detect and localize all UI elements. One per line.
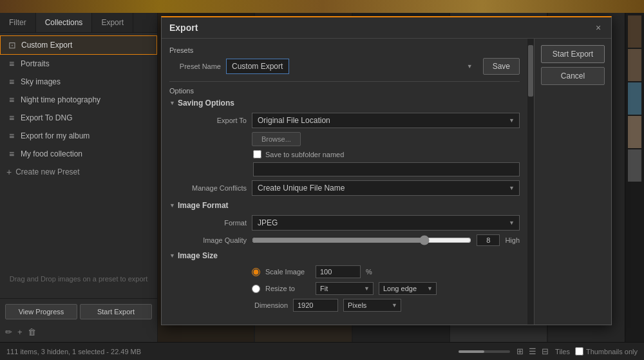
image-size-section: ▼ Image Size Scale Image % xyxy=(169,251,520,312)
saving-options-arrow: ▼ xyxy=(169,100,175,106)
status-info: 111 items, 3 hidden, 1 selected - 22.49 … xyxy=(6,348,141,355)
progress-bar-fill xyxy=(459,350,484,353)
create-preset-button[interactable]: + Create new Preset xyxy=(0,163,157,181)
sidebar-item-food[interactable]: ≡ My food collection xyxy=(0,145,157,163)
sidebar-start-export-button[interactable]: Start Export xyxy=(80,304,152,319)
export-to-select-wrapper: Original File Location xyxy=(252,113,520,128)
resize-to-text: Resize to xyxy=(265,285,310,292)
list-icon-2: ≡ xyxy=(6,77,17,87)
saving-options-header[interactable]: ▼ Saving Options xyxy=(169,99,520,108)
image-format-section: ▼ Image Format Format JPEG xyxy=(169,201,520,246)
scrollbar-thumb[interactable] xyxy=(528,45,533,97)
status-right: ⊞ ☰ ⊟ Tiles Thumbnails only xyxy=(459,345,638,357)
modal-titlebar: Export × xyxy=(162,17,611,39)
image-size-header[interactable]: ▼ Image Size xyxy=(169,251,520,260)
quality-value-input[interactable]: 8 xyxy=(477,234,500,246)
export-to-select[interactable]: Original File Location xyxy=(252,113,520,128)
export-to-label: Export To xyxy=(176,117,247,124)
view-progress-button[interactable]: View Progress xyxy=(5,304,77,319)
scale-unit: % xyxy=(366,268,372,276)
pixels-select[interactable]: Pixels xyxy=(343,299,401,312)
tab-export[interactable]: Export xyxy=(92,13,133,32)
sidebar-action-icons: ✏ + 🗑 xyxy=(0,325,157,342)
list-icon-3: ≡ xyxy=(6,95,17,105)
dimension-value-input[interactable] xyxy=(293,299,338,312)
export-modal: Export × Presets Preset Name xyxy=(161,16,612,325)
sidebar-tabs: Filter Collections Export xyxy=(0,13,157,33)
sidebar-bottom-buttons: View Progress Start Export xyxy=(0,298,157,325)
scale-image-row: Scale Image % xyxy=(176,265,520,278)
scale-image-text: Scale Image xyxy=(265,268,310,276)
manage-conflicts-label: Manage Conflicts xyxy=(176,184,247,192)
start-export-button[interactable]: Start Export xyxy=(541,45,605,63)
grid-view-icon[interactable]: ⊞ xyxy=(515,345,525,357)
progress-bar-container xyxy=(459,350,510,353)
saving-options-section: ▼ Saving Options Export To Original File xyxy=(169,99,520,196)
format-select[interactable]: JPEG xyxy=(252,215,520,231)
image-format-header[interactable]: ▼ Image Format xyxy=(169,201,520,210)
sidebar-item-sky[interactable]: ≡ Sky images xyxy=(0,73,157,91)
preset-select[interactable]: Custom Export xyxy=(226,59,289,74)
cancel-button[interactable]: Cancel xyxy=(541,67,605,85)
quality-label: Image Quality xyxy=(176,236,247,244)
tab-filter[interactable]: Filter xyxy=(0,13,36,32)
delete-icon[interactable]: 🗑 xyxy=(28,327,36,337)
save-preset-button[interactable]: Save xyxy=(483,58,520,75)
resize-to-row: Resize to Fit Long edge xyxy=(176,282,520,295)
subfolder-input[interactable] xyxy=(253,162,520,176)
dimension-row: Dimension Pixels xyxy=(176,299,520,312)
tab-collections[interactable]: Collections xyxy=(36,13,93,32)
sidebar: Filter Collections Export ⊡ Custom Expor… xyxy=(0,13,158,342)
close-icon[interactable]: × xyxy=(593,23,603,33)
browse-row: Browse... xyxy=(176,132,520,146)
plus-icon: + xyxy=(6,167,12,177)
manage-conflicts-row: Manage Conflicts Create Unique File Name xyxy=(176,180,520,196)
quality-high-label: High xyxy=(505,236,520,244)
quality-slider[interactable] xyxy=(252,235,471,245)
sidebar-item-night[interactable]: ≡ Night time photography xyxy=(0,91,157,109)
preset-name-label: Preset Name xyxy=(169,62,221,70)
sidebar-item-portraits[interactable]: ≡ Portraits xyxy=(0,55,157,73)
subfolder-checkbox[interactable] xyxy=(253,150,261,158)
sidebar-item-custom-export[interactable]: ⊡ Custom Export xyxy=(0,35,157,55)
add-icon[interactable]: + xyxy=(17,327,23,337)
preset-select-wrapper: Custom Export xyxy=(226,59,478,74)
list-icon-6: ≡ xyxy=(6,149,17,159)
sidebar-item-dng[interactable]: ≡ Export To DNG xyxy=(0,109,157,127)
modal-sidebar-buttons: Start Export Cancel xyxy=(534,39,611,325)
format-label: Format xyxy=(176,219,247,227)
fit-select-wrapper: Fit xyxy=(316,282,374,295)
image-format-label: Image Format xyxy=(178,201,229,210)
browse-button[interactable]: Browse... xyxy=(252,132,301,146)
edge-select-wrapper: Long edge xyxy=(379,282,437,295)
details-view-icon[interactable]: ⊟ xyxy=(540,345,550,357)
quality-row: Image Quality 8 High xyxy=(176,234,520,246)
preset-name-row: Preset Name Custom Export Save xyxy=(169,58,520,75)
content-area: Export × Presets Preset Name xyxy=(158,13,644,342)
manage-conflicts-select-wrapper: Create Unique File Name xyxy=(252,180,520,196)
image-size-arrow: ▼ xyxy=(169,252,175,259)
edge-select[interactable]: Long edge xyxy=(379,282,437,295)
format-row: Format JPEG xyxy=(176,215,520,231)
tiles-label: Tiles xyxy=(555,348,570,355)
scrollbar-track[interactable] xyxy=(527,39,534,325)
edit-icon[interactable]: ✏ xyxy=(5,327,12,337)
status-bar: 111 items, 3 hidden, 1 selected - 22.49 … xyxy=(0,342,644,360)
scale-image-radio[interactable] xyxy=(252,268,260,276)
manage-conflicts-select[interactable]: Create Unique File Name xyxy=(252,180,520,196)
modal-overlay: Export × Presets Preset Name xyxy=(158,13,644,342)
scale-value-input[interactable] xyxy=(316,265,361,278)
fit-select[interactable]: Fit xyxy=(316,282,374,295)
divider-1 xyxy=(169,81,520,82)
list-view-icon[interactable]: ☰ xyxy=(527,345,538,357)
dimension-label: Dimension xyxy=(176,301,288,309)
resize-to-radio[interactable] xyxy=(252,285,260,293)
thumbnails-checkbox-row: Thumbnails only xyxy=(575,347,638,355)
thumbnails-checkbox[interactable] xyxy=(575,347,583,355)
view-icons: ⊞ ☰ ⊟ xyxy=(515,345,550,357)
options-label: Options xyxy=(169,87,520,95)
format-select-wrapper: JPEG xyxy=(252,215,520,231)
sidebar-list: ⊡ Custom Export ≡ Portraits ≡ Sky images… xyxy=(0,33,157,261)
export-to-row: Export To Original File Location xyxy=(176,113,520,128)
sidebar-item-album[interactable]: ≡ Export for my album xyxy=(0,127,157,145)
